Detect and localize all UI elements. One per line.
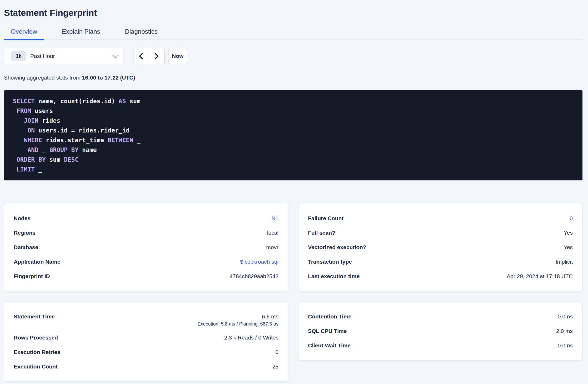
row-value-wrap: Yes (564, 229, 573, 237)
row-value: Yes (564, 244, 573, 250)
time-range-label: Past Hour (30, 53, 55, 59)
row-label: Nodes (14, 214, 31, 222)
row-value: local (267, 230, 278, 236)
row-value-wrap: $ cockroach sql (240, 258, 278, 265)
sql-line: LIMIT _ (13, 165, 575, 174)
sql-code-block: SELECT name, count(rides.id) AS sum FROM… (4, 90, 582, 180)
row-label: Execution Retries (14, 348, 60, 356)
time-controls: 1h Past Hour Now (4, 48, 582, 64)
tab-overview[interactable]: Overview (4, 28, 44, 40)
card-row: Full scan?Yes (308, 229, 573, 237)
row-value: 0 (275, 349, 278, 355)
sql-line: AND _ GROUP BY name (13, 145, 575, 155)
card-row: Statement Time6.6 msExecution: 5.8 ms / … (14, 313, 278, 327)
row-value-wrap: N1 (271, 214, 278, 222)
row-value: Yes (564, 230, 573, 236)
row-value-link[interactable]: $ cockroach sql (240, 259, 278, 265)
card-row: Last execution timeApr 29, 2024 at 17:18… (308, 272, 573, 280)
sql-line: SELECT name, count(rides.id) AS sum (13, 96, 575, 106)
row-value-wrap: 0.0 ns (558, 313, 573, 320)
chevron-down-icon (113, 52, 119, 58)
now-button[interactable]: Now (168, 48, 187, 64)
row-value-wrap: Apr 29, 2024 at 17:18 UTC (507, 272, 573, 280)
row-value-wrap: 25 (272, 363, 278, 370)
row-label: Application Name (14, 258, 60, 265)
summary-cards-row-2: Statement Time6.6 msExecution: 5.8 ms / … (4, 301, 582, 382)
tab-explain-plans[interactable]: Explain Plans (55, 28, 107, 40)
row-label: Regions (14, 229, 36, 237)
row-value: 0.0 ns (558, 342, 573, 348)
card-row: Contention Time0.0 ns (308, 313, 573, 320)
sql-line: ON users.id = rides.rider_id (13, 126, 575, 135)
time-range-badge: 1h (11, 51, 26, 61)
row-value-link[interactable]: N1 (271, 215, 278, 221)
row-label: Transaction type (308, 258, 352, 265)
row-value: 2.3 k Reads / 0 Writes (224, 334, 278, 341)
page-title: Statement Fingerprint (4, 7, 582, 18)
summary-cards-row-1: NodesN1RegionslocalDatabasemovrApplicati… (4, 203, 582, 291)
previous-range-button[interactable] (133, 48, 149, 64)
card-row: Failure Count0 (308, 214, 573, 222)
chevron-left-icon (138, 53, 144, 60)
aggregated-stats-line: Showing aggregated stats from 16:00 to 1… (4, 74, 582, 81)
row-value-wrap: Implicit (556, 258, 573, 265)
time-range-select[interactable]: 1h Past Hour (4, 48, 123, 64)
row-value-wrap: 6.6 msExecution: 5.8 ms / Planning: 687.… (197, 313, 278, 327)
row-value: 0.0 ns (558, 313, 573, 319)
wait-time-card: Contention Time0.0 nsSQL CPU Time2.0 msC… (298, 301, 582, 361)
row-value: 2.0 ms (556, 328, 573, 334)
row-value: 4784cb829aab2542 (230, 273, 278, 279)
row-value-wrap: 0 (570, 214, 573, 222)
row-label: Contention Time (308, 313, 351, 320)
card-row: Vectorized execution?Yes (308, 243, 573, 251)
card-row: SQL CPU Time2.0 ms (308, 327, 573, 335)
next-range-button[interactable] (149, 48, 164, 64)
tab-bar: OverviewExplain PlansDiagnostics (4, 28, 582, 40)
statement-details-card: NodesN1RegionslocalDatabasemovrApplicati… (4, 203, 288, 291)
row-value-wrap: 2.0 ms (556, 327, 573, 335)
stats-line-range: 16:00 to 17:22 (UTC) (82, 75, 135, 81)
row-label: Fingerprint ID (14, 272, 50, 280)
card-row: Fingerprint ID4784cb829aab2542 (14, 272, 278, 280)
row-value: Apr 29, 2024 at 17:18 UTC (507, 273, 573, 279)
row-value-wrap: Yes (564, 243, 573, 251)
tab-diagnostics[interactable]: Diagnostics (118, 28, 164, 40)
sql-line: WHERE rides.start_time BETWEEN _ (13, 135, 575, 145)
sql-line: ORDER BY sum DESC (13, 155, 575, 165)
statement-time-card: Statement Time6.6 msExecution: 5.8 ms / … (4, 301, 288, 382)
row-value: 25 (272, 363, 278, 370)
row-value: movr (266, 244, 278, 250)
row-subvalue: Execution: 5.8 ms / Planning: 687.5 µs (197, 321, 278, 327)
row-value: Implicit (556, 259, 573, 265)
row-value-wrap: 0 (275, 348, 278, 356)
row-label: Database (14, 243, 38, 251)
row-label: Full scan? (308, 229, 335, 237)
card-row: Databasemovr (14, 243, 278, 251)
card-row: Application Name$ cockroach sql (14, 258, 278, 265)
sql-line: JOIN rides (13, 116, 575, 126)
row-label: Failure Count (308, 214, 343, 222)
card-row: Client Wait Time0.0 ns (308, 342, 573, 349)
card-row: Execution Count25 (14, 363, 278, 370)
row-value: 6.6 ms (262, 313, 278, 319)
card-row: Execution Retries0 (14, 348, 278, 356)
card-row: Transaction typeImplicit (308, 258, 573, 265)
stats-line-prefix: Showing aggregated stats from (4, 75, 82, 81)
execution-details-card: Failure Count0Full scan?YesVectorized ex… (298, 203, 582, 291)
chevron-right-icon (154, 53, 160, 60)
row-label: SQL CPU Time (308, 327, 347, 335)
row-label: Execution Count (14, 363, 58, 370)
card-row: Rows Processed2.3 k Reads / 0 Writes (14, 334, 278, 341)
card-row: NodesN1 (14, 214, 278, 222)
row-label: Vectorized execution? (308, 243, 366, 251)
row-value-wrap: 4784cb829aab2542 (230, 272, 278, 280)
row-value: 0 (570, 215, 573, 221)
card-row: Regionslocal (14, 229, 278, 237)
page-container: Statement Fingerprint OverviewExplain Pl… (0, 7, 588, 382)
row-label: Last execution time (308, 272, 360, 280)
range-step-buttons (133, 48, 165, 64)
row-value-wrap: 0.0 ns (558, 342, 573, 349)
row-label: Rows Processed (14, 334, 58, 341)
sql-line: FROM users (13, 106, 575, 116)
row-label: Statement Time (14, 313, 55, 320)
